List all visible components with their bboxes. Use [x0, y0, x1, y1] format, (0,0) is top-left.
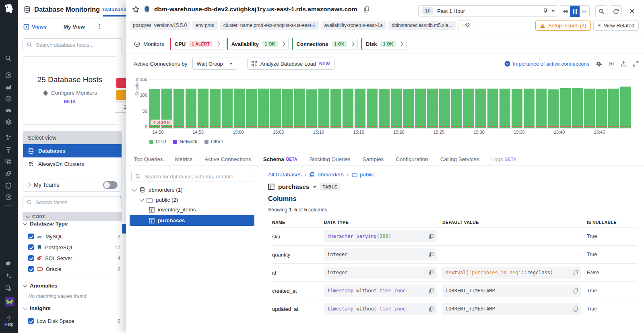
- host-search-input[interactable]: [35, 41, 118, 48]
- time-range-picker[interactable]: 1h Past 1 Hour: [418, 5, 558, 17]
- configure-monitors-button[interactable]: Configure Monitors: [23, 90, 117, 96]
- schema-search[interactable]: [131, 171, 254, 182]
- copy-icon[interactable]: [574, 270, 578, 275]
- facet-low-disk-space[interactable]: Low Disk Space 0: [28, 316, 120, 325]
- pin-icon[interactable]: [543, 8, 548, 14]
- workspaces-icon[interactable]: [5, 285, 13, 293]
- checkbox-checked[interactable]: [28, 266, 34, 272]
- my-view-label[interactable]: My View: [64, 24, 85, 30]
- tab-active-connections[interactable]: Active Connections: [204, 156, 251, 162]
- refresh-button[interactable]: [610, 5, 622, 17]
- monitor-card-cpu[interactable]: CPU 1 ALERT: [170, 38, 223, 50]
- watchdog-icon[interactable]: [5, 107, 13, 115]
- traces-filter-icon[interactable]: [5, 146, 13, 154]
- tag-pill[interactable]: cluster_name:prod-eks-shopist-a-us-east-…: [220, 21, 319, 30]
- view-item-alwayson-clusters[interactable]: AlwaysOn Clusters: [23, 157, 122, 171]
- caret-down-icon[interactable]: [551, 10, 555, 12]
- tab-schema[interactable]: SchemaBETA: [263, 156, 297, 162]
- copy-icon[interactable]: [429, 234, 433, 239]
- help-button[interactable]: ? Help: [0, 315, 18, 327]
- security-shield-icon[interactable]: [5, 182, 13, 190]
- time-forward-button[interactable]: [580, 6, 589, 17]
- fullscreen-icon[interactable]: [633, 61, 639, 67]
- wait-group-select[interactable]: Wait Group: [192, 58, 237, 70]
- copy-icon[interactable]: [429, 252, 433, 257]
- close-panel-button[interactable]: [626, 5, 638, 17]
- tab-blocking-queries[interactable]: Blocking Queries: [310, 156, 351, 162]
- checkbox-checked[interactable]: [28, 318, 34, 324]
- breadcrumb-database[interactable]: dbmorders: [310, 172, 344, 178]
- monitor-card-connections[interactable]: Connections 1 OK: [292, 38, 358, 50]
- facet-database-type-header[interactable]: Database Type: [23, 221, 68, 227]
- copy-icon[interactable]: [574, 306, 578, 312]
- analyze-database-load-button[interactable]: Analyze Database Load NEW: [247, 58, 334, 70]
- tree-node-purchases-selected[interactable]: purchases: [130, 215, 254, 226]
- checkbox-checked[interactable]: [28, 234, 34, 239]
- tab-configuration[interactable]: Configuration: [396, 156, 428, 162]
- export-icon[interactable]: [621, 61, 627, 67]
- view-item-databases[interactable]: Databases: [23, 144, 122, 157]
- monitor-card-availability[interactable]: Availability 1 OK: [227, 38, 289, 50]
- facet-anomalies-header[interactable]: Anomalies: [23, 283, 57, 289]
- copy-icon[interactable]: [429, 270, 433, 275]
- tab-top-queries[interactable]: Top Queries: [134, 156, 163, 162]
- tree-node-inventory-items[interactable]: inventory_items: [149, 207, 196, 213]
- tree-node-database[interactable]: dbmorders (1): [133, 187, 183, 193]
- copy-icon[interactable]: [429, 288, 433, 294]
- service-connections-icon[interactable]: [5, 170, 13, 178]
- time-back-button[interactable]: [560, 6, 570, 17]
- my-teams-toggle[interactable]: [103, 181, 118, 189]
- importance-link[interactable]: ? Importance of active connections: [504, 61, 589, 67]
- sessions-chart-plot[interactable]: 4 vCPUs: [149, 79, 631, 128]
- more-tags-pill[interactable]: +42: [458, 21, 473, 30]
- tag-pill[interactable]: postgres_version:v15.5.0: [130, 21, 190, 30]
- monitors-icon[interactable]: [5, 95, 13, 103]
- facet-search-input[interactable]: [35, 199, 118, 206]
- rum-screens-icon[interactable]: [5, 158, 13, 166]
- schema-search-input[interactable]: [144, 173, 250, 180]
- bits-ai-sparkles-icon[interactable]: [5, 272, 13, 280]
- notebooks-icon[interactable]: [5, 118, 13, 126]
- facet-mysql[interactable]: MySQL 2: [28, 232, 120, 241]
- tag-pill[interactable]: dbinstanceclass:db.m5.xla...: [388, 21, 456, 30]
- facet-postgresql[interactable]: PostgreSQL 17: [28, 243, 120, 252]
- tab-samples[interactable]: Samples: [363, 156, 384, 162]
- watchdog-history-icon[interactable]: [5, 72, 13, 80]
- search-icon[interactable]: [5, 55, 13, 63]
- facet-sql-server[interactable]: SQL Server 4: [28, 254, 120, 263]
- core-group-header[interactable]: CORE: [23, 212, 122, 221]
- breadcrumb-all-databases[interactable]: All Databases: [268, 172, 301, 178]
- tab-logs[interactable]: LogsBETA: [491, 156, 516, 162]
- legend-item[interactable]: Network: [173, 139, 197, 145]
- checkbox-checked[interactable]: [28, 255, 34, 261]
- tag-pill[interactable]: availability-zone:us-east-1a: [321, 21, 386, 30]
- tree-node-schema[interactable]: public (2): [140, 197, 178, 203]
- synthetics-icon[interactable]: [5, 194, 13, 202]
- time-pause-button[interactable]: [570, 6, 580, 17]
- setup-issues-button[interactable]: Setup Issues (2): [535, 21, 591, 31]
- copy-icon[interactable]: [429, 306, 433, 312]
- views-button[interactable]: Views: [23, 24, 47, 30]
- zoom-out-button[interactable]: [595, 5, 607, 17]
- tag-pill[interactable]: env:prod: [192, 21, 218, 30]
- tab-metrics[interactable]: Metrics: [175, 156, 193, 162]
- kebab-menu-icon[interactable]: [97, 22, 101, 31]
- apm-cluster-icon[interactable]: [5, 134, 13, 142]
- monitor-card-disk[interactable]: Disk 1 OK: [361, 38, 407, 50]
- breadcrumb-schema[interactable]: public: [352, 172, 374, 178]
- host-search[interactable]: [23, 38, 122, 51]
- integrations-puzzle-icon[interactable]: [5, 259, 13, 267]
- facet-search[interactable]: [23, 196, 122, 208]
- copy-icon[interactable]: [574, 288, 578, 294]
- favorite-star-icon[interactable]: [132, 6, 140, 13]
- user-avatar[interactable]: [5, 297, 13, 305]
- copy-icon[interactable]: [364, 6, 369, 12]
- my-teams-toggle-row[interactable]: My Teams: [23, 178, 122, 192]
- metrics-icon[interactable]: [5, 83, 13, 91]
- datadog-logo-icon[interactable]: [3, 3, 15, 15]
- caret-down-icon[interactable]: [313, 186, 316, 188]
- chart-settings-gear-icon[interactable]: [595, 60, 602, 67]
- facet-oracle[interactable]: Oracle 2: [28, 265, 120, 273]
- live-signal-icon[interactable]: [608, 61, 615, 67]
- legend-item[interactable]: Other: [204, 139, 223, 145]
